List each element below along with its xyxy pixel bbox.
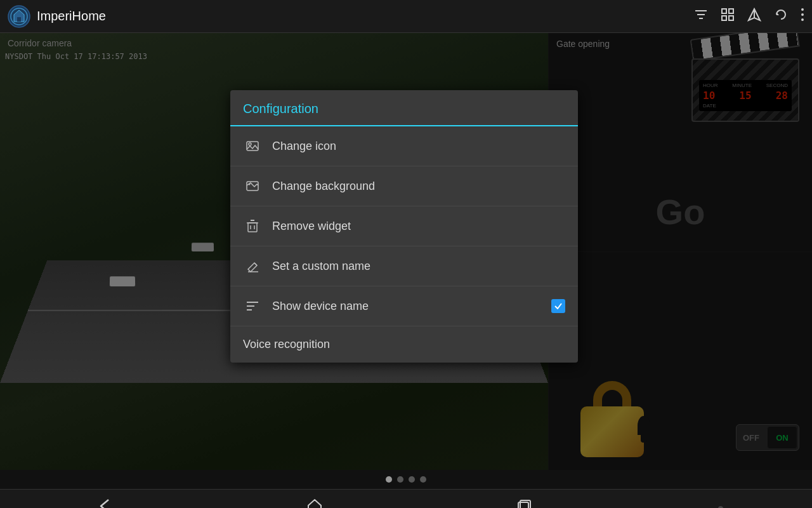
remove-widget-icon [243,217,262,236]
change-background-label: Change background [272,180,565,193]
svg-rect-3 [17,17,21,22]
menu-item-change-icon[interactable]: Change icon [230,126,578,166]
grid-icon[interactable] [721,8,735,25]
svg-rect-7 [722,9,726,13]
refresh-icon[interactable] [774,8,788,25]
app-title: ImperiHome [37,9,694,23]
recents-button[interactable] [508,497,540,508]
svg-rect-9 [722,16,726,20]
svg-point-21 [249,143,251,145]
remove-widget-label: Remove widget [272,220,565,233]
top-bar: ImperiHome [0,0,812,33]
dot-4[interactable] [420,476,426,483]
more-icon[interactable] [801,8,804,25]
set-custom-name-label: Set a custom name [272,260,565,273]
show-device-name-checkbox[interactable] [551,299,565,313]
menu-item-show-device-name[interactable]: Show device name [230,286,578,326]
dot-2[interactable] [397,476,403,483]
home-button[interactable] [299,497,331,508]
menu-item-remove-widget[interactable]: Remove widget [230,206,578,246]
nav-dot [718,506,723,509]
svg-rect-8 [729,9,733,13]
top-icons [694,8,804,25]
svg-point-23 [249,184,251,185]
svg-point-14 [801,8,804,11]
app-icon [8,5,30,28]
location-icon[interactable] [747,8,761,25]
menu-item-set-custom-name[interactable]: Set a custom name [230,246,578,286]
bottom-nav-bar [0,489,812,508]
svg-rect-22 [247,182,258,190]
svg-point-16 [801,18,804,21]
menu-item-voice-recognition[interactable]: Voice recognition [230,326,578,363]
svg-marker-17 [308,500,321,508]
menu-item-change-background[interactable]: Change background [230,166,578,206]
svg-rect-24 [248,223,257,232]
voice-recognition-label: Voice recognition [243,338,330,351]
change-icon-icon [243,137,262,156]
config-menu-title: Configuration [230,90,578,126]
svg-point-15 [801,13,804,16]
change-background-icon [243,177,262,196]
filter-icon[interactable] [694,8,708,25]
back-button[interactable] [89,497,121,508]
config-menu: Configuration Change icon Change backgro… [230,90,578,363]
show-device-name-icon [243,297,262,316]
svg-rect-10 [729,16,733,20]
show-device-name-label: Show device name [272,300,551,313]
change-icon-label: Change icon [272,140,565,153]
dot-1[interactable] [386,476,392,483]
set-custom-name-icon [243,257,262,276]
dot-3[interactable] [409,476,415,483]
svg-marker-13 [776,12,779,15]
page-dots [0,470,812,489]
